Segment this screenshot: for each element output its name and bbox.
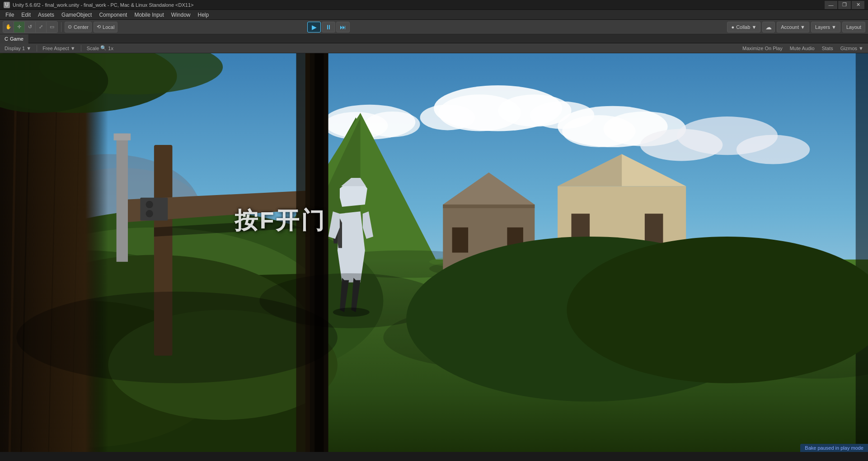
game-tab-icon: C bbox=[5, 36, 8, 42]
svg-rect-52 bbox=[117, 134, 128, 262]
menu-gameobject[interactable]: GameObject bbox=[58, 10, 95, 20]
collab-button[interactable]: ● Collab ▼ bbox=[727, 22, 760, 33]
scale-tool-button[interactable]: ⤢ bbox=[36, 22, 47, 33]
minimize-button[interactable]: — bbox=[825, 1, 837, 9]
gt-separator-1 bbox=[37, 45, 37, 51]
maximize-on-play-button[interactable]: Maximize On Play bbox=[741, 46, 784, 51]
title-bar: U Unity 5.6.6f2 - final_work.unity - fin… bbox=[0, 0, 868, 10]
toolbar: ✋ ✛ ↺ ⤢ ▭ ⊙ Center ⟲ Local ▶ ⏸ ⏭ ● Colla… bbox=[0, 20, 868, 34]
menu-help[interactable]: Help bbox=[194, 10, 213, 20]
center-label: Center bbox=[74, 24, 89, 30]
svg-point-50 bbox=[146, 210, 153, 217]
bake-status-bar: Bake paused in play mode bbox=[800, 444, 868, 452]
account-dropdown[interactable]: Account ▼ bbox=[777, 22, 809, 33]
stats-button[interactable]: Stats bbox=[820, 46, 835, 51]
separator-1 bbox=[61, 22, 61, 32]
svg-rect-39 bbox=[443, 205, 535, 208]
svg-point-5 bbox=[420, 105, 475, 130]
collab-label: Collab ▼ bbox=[736, 24, 756, 30]
mute-audio-button[interactable]: Mute Audio bbox=[788, 46, 816, 51]
gizmos-button[interactable]: Gizmos ▼ bbox=[839, 46, 865, 51]
scale-label: Scale bbox=[87, 46, 99, 51]
maximize-button[interactable]: ❐ bbox=[838, 1, 851, 9]
layout-label: Layout bbox=[846, 24, 861, 30]
svg-point-77 bbox=[16, 292, 337, 383]
move-tool-button[interactable]: ✛ bbox=[14, 22, 25, 33]
svg-point-14 bbox=[737, 135, 810, 164]
svg-rect-53 bbox=[114, 134, 131, 140]
rect-tool-button[interactable]: ▭ bbox=[47, 22, 57, 33]
rotate-tool-button[interactable]: ↺ bbox=[25, 22, 36, 33]
menu-edit[interactable]: Edit bbox=[18, 10, 34, 20]
svg-rect-65 bbox=[856, 53, 868, 452]
tab-bar: C Game bbox=[0, 34, 868, 43]
main-area: C Game Display 1 ▼ Free Aspect ▼ Scale 🔍… bbox=[0, 34, 868, 452]
aspect-label: Free Aspect bbox=[42, 46, 69, 51]
right-toolbar: ● Collab ▼ ☁ Account ▼ Layers ▼ Layout bbox=[727, 22, 865, 33]
menu-assets[interactable]: Assets bbox=[34, 10, 58, 20]
layers-label: Layers ▼ bbox=[815, 24, 836, 30]
scale-value: 1x bbox=[108, 46, 113, 51]
game-view: 按F开门 Bake paused in play mode bbox=[0, 53, 868, 452]
layers-dropdown[interactable]: Layers ▼ bbox=[811, 22, 840, 33]
menu-window[interactable]: Window bbox=[168, 10, 194, 20]
scale-control[interactable]: Scale 🔍 1x bbox=[85, 45, 115, 51]
menu-file[interactable]: File bbox=[2, 10, 18, 20]
svg-rect-37 bbox=[452, 228, 469, 253]
window-controls: — ❐ ✕ bbox=[825, 1, 864, 9]
game-toolbar: Display 1 ▼ Free Aspect ▼ Scale 🔍 1x Max… bbox=[0, 43, 868, 53]
cloud-button[interactable]: ☁ bbox=[762, 22, 775, 33]
collab-icon: ● bbox=[731, 24, 734, 30]
scale-icon: 🔍 bbox=[100, 45, 107, 51]
cloud-icon: ☁ bbox=[765, 23, 772, 31]
svg-rect-44 bbox=[645, 214, 663, 243]
game-tab-label: Game bbox=[10, 36, 23, 42]
layout-dropdown[interactable]: Layout bbox=[842, 22, 865, 33]
title-bar-text: Unity 5.6.6f2 - final_work.unity - final… bbox=[13, 2, 825, 8]
svg-rect-60 bbox=[296, 53, 310, 452]
pause-button[interactable]: ⏸ bbox=[322, 22, 335, 33]
svg-rect-61 bbox=[314, 53, 324, 452]
transform-tools: ✋ ✛ ↺ ⤢ ▭ bbox=[3, 21, 58, 33]
local-label: Local bbox=[103, 24, 114, 30]
local-dropdown[interactable]: ⟲ Local bbox=[94, 22, 117, 33]
scene-svg bbox=[0, 53, 868, 452]
menu-bar: File Edit Assets GameObject Component Mo… bbox=[0, 10, 868, 20]
display-selector[interactable]: Display 1 ▼ bbox=[3, 46, 33, 51]
play-button[interactable]: ▶ bbox=[307, 22, 321, 33]
game-toolbar-right: Maximize On Play Mute Audio Stats Gizmos… bbox=[741, 46, 865, 51]
account-label: Account ▼ bbox=[781, 24, 805, 30]
menu-component[interactable]: Component bbox=[95, 10, 131, 20]
play-controls: ▶ ⏸ ⏭ bbox=[307, 22, 350, 33]
gt-separator-2 bbox=[81, 45, 81, 51]
bake-status-text: Bake paused in play mode bbox=[805, 445, 863, 451]
aspect-selector[interactable]: Free Aspect ▼ bbox=[41, 46, 77, 51]
svg-rect-48 bbox=[140, 198, 168, 221]
game-tab[interactable]: C Game bbox=[0, 34, 28, 43]
center-icon: ⊙ bbox=[68, 24, 72, 30]
display-arrow: ▼ bbox=[26, 46, 31, 51]
step-button[interactable]: ⏭ bbox=[336, 22, 350, 33]
svg-point-11 bbox=[365, 112, 420, 137]
hand-tool-button[interactable]: ✋ bbox=[3, 22, 14, 33]
close-button[interactable]: ✕ bbox=[852, 1, 864, 9]
menu-mobile-input[interactable]: Mobile Input bbox=[131, 10, 167, 20]
unity-icon: U bbox=[4, 2, 10, 8]
display-label: Display 1 bbox=[5, 46, 25, 51]
svg-point-49 bbox=[146, 201, 153, 208]
center-dropdown[interactable]: ⊙ Center bbox=[65, 22, 92, 33]
aspect-arrow: ▼ bbox=[70, 46, 75, 51]
local-icon: ⟲ bbox=[97, 24, 101, 30]
